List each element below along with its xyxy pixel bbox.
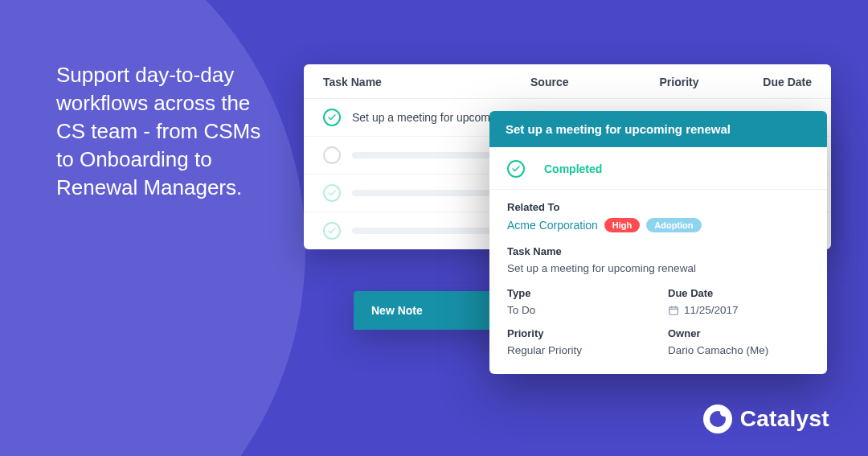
taskname-value: Set up a meeting for upcoming renewal <box>507 262 809 274</box>
svg-rect-0 <box>669 306 678 314</box>
calendar-icon <box>668 305 679 316</box>
related-entity-link[interactable]: Acme Corporation <box>507 219 598 232</box>
priority-label: Priority <box>507 327 649 339</box>
type-value: To Do <box>507 304 649 316</box>
tag-pill-high[interactable]: High <box>604 218 640 232</box>
check-circle-icon[interactable] <box>323 146 341 164</box>
brand-logo: Catalyst <box>703 405 829 433</box>
page-headline: Support day-to-day workflows across the … <box>56 61 281 202</box>
duedate-value: 11/25/2017 <box>684 304 739 316</box>
col-header-source[interactable]: Source <box>530 76 635 88</box>
separator <box>489 189 827 190</box>
col-header-taskname[interactable]: Task Name <box>323 76 530 88</box>
check-circle-icon[interactable] <box>323 184 341 202</box>
task-detail-card: Set up a meeting for upcoming renewal Co… <box>489 111 827 374</box>
tasks-table-header: Task Name Source Priority Due Date <box>304 64 831 99</box>
duedate-label: Due Date <box>668 287 809 299</box>
related-to-label: Related To <box>507 201 809 213</box>
type-label: Type <box>507 287 649 299</box>
owner-value: Dario Camacho (Me) <box>668 344 809 356</box>
status-text: Completed <box>544 162 602 175</box>
check-circle-icon[interactable] <box>323 222 341 240</box>
col-header-duedate[interactable]: Due Date <box>723 76 812 88</box>
brand-logo-text: Catalyst <box>740 406 829 432</box>
check-circle-icon <box>507 160 525 178</box>
tag-pill-adoption[interactable]: Adoption <box>646 218 701 232</box>
new-note-card[interactable]: New Note <box>354 291 506 330</box>
brand-logo-icon <box>703 405 732 433</box>
col-header-priority[interactable]: Priority <box>635 76 723 88</box>
detail-header: Set up a meeting for upcoming renewal <box>489 111 827 147</box>
owner-label: Owner <box>668 327 809 339</box>
priority-value: Regular Priority <box>507 344 649 356</box>
taskname-label: Task Name <box>507 245 809 257</box>
status-line[interactable]: Completed <box>507 160 809 178</box>
check-circle-icon[interactable] <box>323 109 341 126</box>
